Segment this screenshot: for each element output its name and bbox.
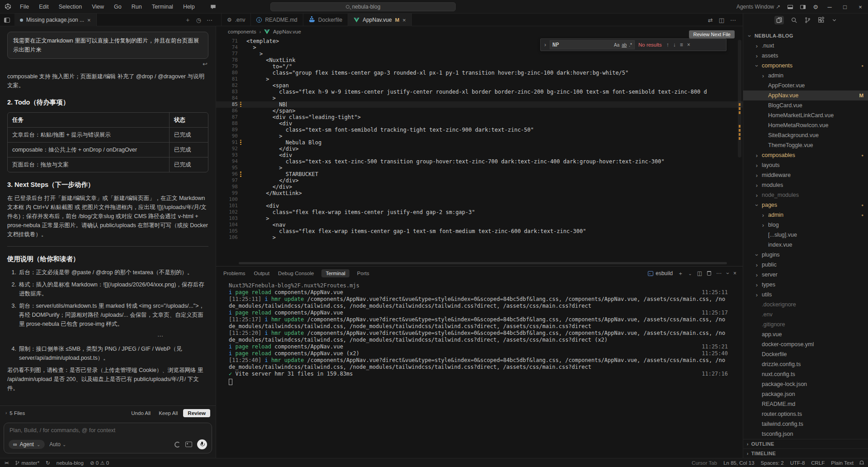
menu-item[interactable]: Selection	[55, 2, 86, 11]
code-line[interactable]: 92 </div>	[216, 146, 743, 152]
window-minimize-button[interactable]: ─	[826, 4, 834, 10]
tree-item[interactable]: node_modules	[743, 190, 868, 200]
tree-item[interactable]: utils	[743, 290, 868, 300]
terminal-instance[interactable]: >_ esbuild	[648, 270, 673, 276]
terminal-output[interactable]: Nuxt3%2Fnebula-blog%2F.nuxt%2Froutes.mjs…	[216, 280, 743, 377]
window-close-button[interactable]: ×	[856, 4, 864, 10]
tree-item[interactable]: Dockerfile	[743, 349, 868, 359]
menu-item[interactable]: Edit	[35, 2, 53, 11]
tree-item[interactable]: pages ●	[743, 200, 868, 210]
code-line[interactable]: 82 <span	[216, 82, 743, 89]
tree-item[interactable]: HomeMetaRowIcon.vue	[743, 120, 868, 130]
tree-item[interactable]: drizzle.config.ts	[743, 359, 868, 369]
code-line[interactable]: 96 STARBUCKET	[216, 171, 743, 177]
find-toggle-icon[interactable]: ›	[544, 42, 546, 48]
cursor-tab-item[interactable]: Cursor Tab	[692, 460, 717, 466]
menu-item[interactable]: Run	[127, 2, 146, 11]
tree-item[interactable]: middleware	[743, 170, 868, 180]
panel-tab[interactable]: Ports	[356, 269, 370, 277]
tree-item[interactable]: server	[743, 270, 868, 280]
tree-item[interactable]: package.json	[743, 389, 868, 399]
tab-dockerfile[interactable]: Dockerfile	[303, 14, 348, 26]
chat-bubble-icon[interactable]	[210, 4, 217, 10]
code-line[interactable]: 95 >	[216, 165, 743, 171]
menu-item[interactable]: Terminal	[148, 2, 177, 11]
menu-item[interactable]: Go	[110, 2, 126, 11]
panel-tab[interactable]: Debug Console	[277, 269, 315, 277]
tree-item[interactable]: nuxt.config.ts	[743, 369, 868, 379]
breadcrumb[interactable]: components › AppNav.vue	[216, 26, 743, 37]
tree-item[interactable]: BlogCard.vue	[743, 100, 868, 110]
whole-word-icon[interactable]: ab	[622, 43, 627, 48]
timeline-section[interactable]: ›TIMELINE	[743, 448, 868, 458]
sync-icon[interactable]: ↻	[46, 460, 50, 466]
voice-input-button[interactable]	[197, 439, 207, 449]
tree-item[interactable]: router.options.ts	[743, 409, 868, 419]
split-terminal-icon[interactable]: ◫	[697, 270, 702, 276]
code-line[interactable]: 79 to="/"	[216, 63, 743, 70]
review-button[interactable]: Review	[183, 409, 210, 417]
tree-item[interactable]: .nuxt	[743, 41, 868, 51]
files-count[interactable]: 5 Files	[9, 410, 25, 416]
tree-item[interactable]: ThemeToggle.vue	[743, 140, 868, 150]
command-center-search[interactable]: nebula-blog	[270, 2, 456, 11]
project-name[interactable]: nebula-blog	[57, 460, 84, 466]
maximize-panel-icon[interactable]: ‹	[724, 272, 731, 274]
code-line[interactable]: 90 >	[216, 133, 743, 139]
tree-item[interactable]: AppFooter.vue	[743, 81, 868, 91]
panel-tab[interactable]: Problems	[222, 269, 246, 277]
menu-item[interactable]: File	[16, 2, 33, 11]
breadcrumb-folder[interactable]: components	[228, 29, 256, 34]
tree-item[interactable]: HomeMarketLinkCard.vue	[743, 110, 868, 120]
model-selector[interactable]: Auto⌄	[49, 441, 66, 448]
tree-item[interactable]: layouts	[743, 160, 868, 170]
review-next-file-button[interactable]: Review Next File	[689, 30, 735, 38]
code-line[interactable]: 99 </NuxtLink>	[216, 190, 743, 196]
tab-env[interactable]: ⚙ .env	[221, 14, 251, 26]
tree-item[interactable]: composables ●	[743, 150, 868, 160]
code-view[interactable]: 71 <template> 74 > 77 > 78 <NuxtLink 79 …	[216, 38, 743, 267]
code-line[interactable]: 97 </div>	[216, 177, 743, 184]
code-line[interactable]: 77 >	[216, 51, 743, 57]
notifications-bell-icon[interactable]	[860, 461, 863, 464]
chevron-right-icon[interactable]: ›	[5, 410, 7, 415]
tree-item[interactable]: AppNav.vue M	[743, 91, 868, 100]
code-line[interactable]: 102 class="flex flex-wrap items-center j…	[216, 209, 743, 215]
code-line[interactable]: 106 >	[216, 234, 743, 241]
chat-scroll-area[interactable]: 我需要在正文markdown 里面可以直接上传复制的图片，并且在前台页面展示出图…	[0, 26, 216, 405]
tree-item[interactable]: components ●	[743, 61, 868, 71]
git-branch-item[interactable]: master*	[15, 460, 40, 466]
more-actions-icon[interactable]: ⋯	[730, 17, 736, 24]
tree-item[interactable]: types	[743, 280, 868, 290]
tree-item[interactable]: plugins	[743, 250, 868, 260]
restore-checkpoint-icon[interactable]: ↩	[203, 61, 208, 67]
tree-item[interactable]: app.vue	[743, 329, 868, 339]
breadcrumb-file[interactable]: AppNav.vue	[273, 29, 301, 34]
history-icon[interactable]: ◷	[196, 17, 201, 24]
code-line[interactable]: 86 </span>	[216, 108, 743, 114]
tree-item[interactable]: NEBULA-BLOG	[743, 31, 868, 41]
remote-indicator[interactable]: ><	[5, 461, 9, 465]
code-line[interactable]: 89 class="text-sm font-semibold tracking…	[216, 127, 743, 133]
tree-item[interactable]: public	[743, 260, 868, 270]
find-next-icon[interactable]: ↓	[673, 42, 676, 48]
vertical-scrollbar[interactable]	[738, 40, 741, 157]
code-line[interactable]: 94 class="text-xs text-zinc-500 transiti…	[216, 158, 743, 165]
chat-tab[interactable]: Missing package.json ... ×	[14, 14, 97, 26]
tree-item[interactable]: tsconfig.json	[743, 429, 868, 439]
cursor-position-item[interactable]: Ln 85, Col 13	[723, 460, 754, 466]
sidebar-toggle-icon[interactable]	[4, 18, 10, 23]
code-line[interactable]: 80 class="group flex items-center gap-3 …	[216, 70, 743, 76]
find-previous-icon[interactable]: ↑	[666, 42, 669, 48]
match-case-icon[interactable]: Aa	[614, 43, 619, 48]
toggle-panel-icon[interactable]	[788, 5, 793, 9]
chevron-down-icon[interactable]	[831, 17, 837, 23]
code-line[interactable]: 81 >	[216, 76, 743, 82]
agents-window-button[interactable]: Agents Window↗	[736, 4, 780, 10]
code-line[interactable]: 91 Nebula Blog	[216, 139, 743, 146]
tree-item[interactable]: index.vue	[743, 240, 868, 250]
code-line[interactable]: 100	[216, 196, 743, 203]
tree-item[interactable]: .env	[743, 310, 868, 319]
tree-item[interactable]: README.md	[743, 399, 868, 409]
more-indicator[interactable]: ⋯	[157, 332, 208, 341]
